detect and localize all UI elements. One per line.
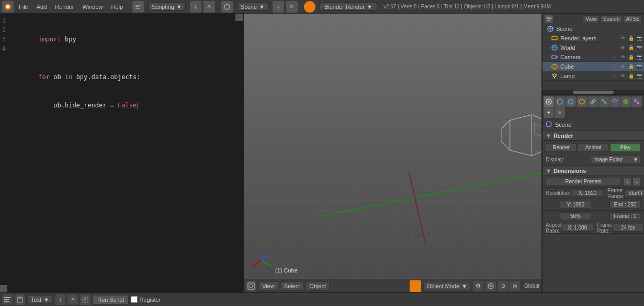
bottom-close-icon[interactable]: ✕ xyxy=(67,294,78,305)
menu-add[interactable]: Add xyxy=(33,3,50,11)
render-section-header[interactable]: ▼ Render xyxy=(543,130,644,141)
tab-object[interactable] xyxy=(577,96,587,107)
outliner-eye-renderlayers[interactable]: 👁 xyxy=(619,35,626,42)
outliner-lock-camera[interactable]: 🔒 xyxy=(627,53,635,61)
frame-end[interactable]: End : 250 xyxy=(609,201,641,209)
viewport-select-btn[interactable]: Select xyxy=(280,281,304,291)
close-workspace[interactable]: ✕ xyxy=(204,1,215,13)
render-engine-selector[interactable]: Blender Render ▼ xyxy=(320,3,377,11)
scene-selector[interactable]: Scene ▼ xyxy=(237,3,268,11)
tab-scene[interactable] xyxy=(555,96,565,107)
add-preset-btn[interactable]: + xyxy=(623,178,631,186)
frame-start[interactable]: Start Fr: 1 xyxy=(624,189,644,197)
register-check[interactable] xyxy=(131,296,138,303)
tab-constraints[interactable]: 🔗 xyxy=(587,96,598,107)
resolution-y[interactable]: Y: 1080 xyxy=(560,201,591,209)
resolution-x[interactable]: X: 1920 xyxy=(572,189,603,197)
add-workspace[interactable]: + xyxy=(190,1,201,13)
tab-particles[interactable]: ✦ xyxy=(544,107,554,118)
tab-data[interactable] xyxy=(609,96,620,107)
tab-texture[interactable] xyxy=(631,96,642,107)
register-checkbox[interactable]: Register xyxy=(131,296,161,303)
outliner-lock-cube[interactable]: 🔒 xyxy=(627,63,635,70)
outliner-view-btn[interactable]: View xyxy=(583,15,600,23)
viewport-settings-icon[interactable]: ⚙ xyxy=(473,281,483,291)
outliner-render-camera[interactable]: 📷 xyxy=(636,53,643,61)
close-scene[interactable]: ✕ xyxy=(286,1,298,13)
outliner-render-cube[interactable]: 📷 xyxy=(636,63,643,70)
viewport-object-btn[interactable]: Object xyxy=(306,281,330,291)
proportional-icon[interactable]: ◎ xyxy=(510,281,520,291)
outliner-render-lamp[interactable]: 📷 xyxy=(636,72,643,80)
code-import: import xyxy=(38,36,61,43)
outliner-render-renderlayers[interactable]: 📷 xyxy=(636,35,643,42)
outliner-item-renderlayers[interactable]: RenderLayers 👁 🔒 📷 xyxy=(543,34,644,43)
remove-preset-btn[interactable]: - xyxy=(632,178,641,186)
menu-window[interactable]: Window xyxy=(79,3,106,11)
corner-resize-tr[interactable] xyxy=(235,14,243,21)
play-btn[interactable]: Play xyxy=(610,143,641,152)
tab-render[interactable] xyxy=(544,96,554,107)
menu-file[interactable]: File xyxy=(16,3,31,11)
menu-help[interactable]: Help xyxy=(108,3,127,11)
viewport-icon[interactable] xyxy=(221,1,233,13)
outliner-restrict-camera[interactable]: | xyxy=(611,53,618,61)
svg-text:X: X xyxy=(270,264,272,268)
snap-icon[interactable]: ⊙ xyxy=(498,281,509,291)
menu-render[interactable]: Render xyxy=(52,3,77,11)
tab-physics[interactable]: ⚛ xyxy=(555,107,565,118)
outliner-item-camera[interactable]: Camera | 👁 🔒 📷 xyxy=(543,52,644,62)
dimensions-section-header[interactable]: ▼ Dimensions xyxy=(543,166,644,176)
svg-point-65 xyxy=(490,285,492,287)
global-local[interactable]: Global xyxy=(524,283,539,289)
run-script-btn[interactable]: Run Script xyxy=(93,295,129,304)
display-selector[interactable]: Image Editor ▼ xyxy=(591,156,641,163)
mode-selector[interactable]: Object Mode ▼ xyxy=(423,282,471,290)
outliner-filter-lamp[interactable]: | xyxy=(611,72,618,80)
tab-world[interactable] xyxy=(566,96,576,107)
outliner-lock-lamp[interactable]: 🔒 xyxy=(627,72,635,80)
animate-btn[interactable]: Animat xyxy=(578,143,608,152)
svg-marker-91 xyxy=(579,99,584,104)
svg-line-59 xyxy=(254,261,262,265)
bottom-add-icon[interactable]: + xyxy=(55,294,65,305)
svg-line-55 xyxy=(262,261,269,265)
outliner-item-world[interactable]: World 👁 🔒 📷 xyxy=(543,43,644,52)
outliner-all-btn[interactable]: All Sc xyxy=(623,15,642,23)
viewport-editor-icon[interactable] xyxy=(246,281,256,291)
workspace-selector[interactable]: Scripting ▼ xyxy=(148,3,186,11)
editor-type-icon[interactable] xyxy=(132,1,144,13)
viewport-view-btn[interactable]: View xyxy=(258,281,278,291)
editor-type-selector[interactable]: Text ▼ xyxy=(27,296,53,304)
corner-resize-bl[interactable] xyxy=(0,285,7,292)
outliner-search-btn[interactable]: Search xyxy=(601,15,623,23)
outliner-lock-world[interactable]: 🔒 xyxy=(627,44,635,51)
outliner-render-world[interactable]: 📷 xyxy=(636,44,643,51)
outliner-eye-cube[interactable]: 👁 xyxy=(619,63,626,70)
viewport[interactable]: User Persp xyxy=(244,14,541,292)
resolution-pct[interactable]: 50% xyxy=(560,212,591,220)
render-btn[interactable]: Render xyxy=(546,143,577,152)
tab-material[interactable] xyxy=(620,96,631,107)
outliner-item-cube[interactable]: Cube | 👁 🔒 📷 xyxy=(543,62,644,71)
blender-logo[interactable] xyxy=(2,1,14,13)
outliner-item-scene[interactable]: Scene xyxy=(543,24,644,34)
bottom-editor-icon[interactable] xyxy=(2,294,13,305)
outliner-filter-cube[interactable]: | xyxy=(611,63,618,70)
outliner-editor-icon[interactable] xyxy=(545,15,553,23)
bottom-edit-icon[interactable] xyxy=(80,294,91,305)
tab-modifiers[interactable]: 🔧 xyxy=(598,96,609,107)
bottom-save-icon[interactable] xyxy=(15,294,25,305)
outliner-lock-renderlayers[interactable]: 🔒 xyxy=(627,35,635,42)
outliner-eye-lamp[interactable]: 👁 xyxy=(619,72,626,80)
outliner-eye-camera[interactable]: 👁 xyxy=(619,53,626,61)
viewport-render-icon[interactable] xyxy=(485,281,496,291)
viewport-draw-icon[interactable] xyxy=(410,280,421,292)
code-area[interactable]: 1 2 3 4 import bpy for ob in bpy.data.ob… xyxy=(0,14,243,292)
outliner-eye-world[interactable]: 👁 xyxy=(619,44,626,51)
outliner-item-lamp[interactable]: Lamp | 👁 🔒 📷 xyxy=(543,71,644,81)
add-scene[interactable]: + xyxy=(273,1,284,13)
render-presets-value[interactable]: Render Presets xyxy=(546,178,621,185)
aspect-x-value[interactable]: X: 1.000 xyxy=(562,224,593,232)
frame-num[interactable]: Frame : 1 xyxy=(609,212,641,220)
